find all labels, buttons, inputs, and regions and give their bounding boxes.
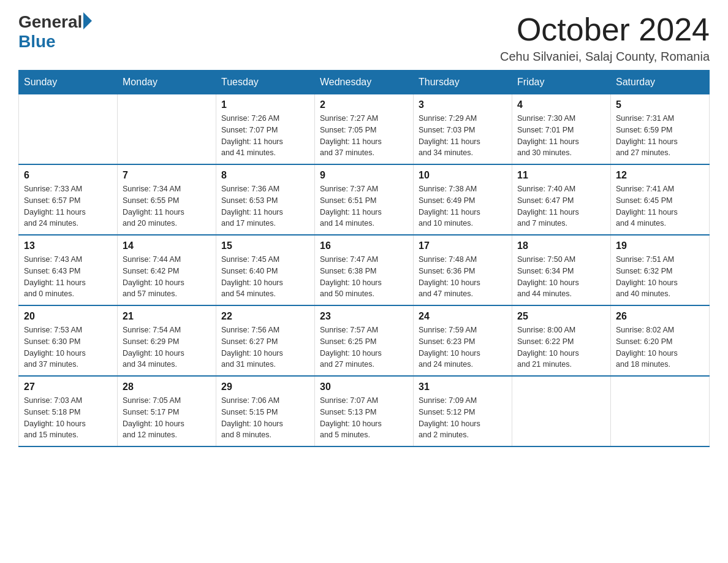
day-info: Sunrise: 7:26 AMSunset: 7:07 PMDaylight:… <box>221 113 309 159</box>
calendar-cell <box>611 376 710 446</box>
weekday-header-saturday: Saturday <box>611 71 710 94</box>
day-number: 16 <box>320 240 408 251</box>
weekday-header-thursday: Thursday <box>414 71 512 94</box>
day-number: 21 <box>123 311 211 322</box>
day-info: Sunrise: 7:45 AMSunset: 6:40 PMDaylight:… <box>221 254 309 300</box>
logo-general-text: General <box>18 12 82 32</box>
day-number: 1 <box>221 99 309 110</box>
calendar-week-row: 13Sunrise: 7:43 AMSunset: 6:43 PMDayligh… <box>19 235 710 305</box>
day-number: 22 <box>221 311 309 322</box>
day-number: 25 <box>517 311 605 322</box>
day-info: Sunrise: 7:40 AMSunset: 6:47 PMDaylight:… <box>517 183 605 229</box>
title-section: October 2024 Cehu Silvaniei, Salaj Count… <box>500 12 710 64</box>
calendar-header-row: SundayMondayTuesdayWednesdayThursdayFrid… <box>19 71 710 94</box>
day-number: 8 <box>221 170 309 181</box>
calendar-cell: 1Sunrise: 7:26 AMSunset: 7:07 PMDaylight… <box>216 94 315 165</box>
day-info: Sunrise: 7:53 AMSunset: 6:30 PMDaylight:… <box>24 324 112 370</box>
day-info: Sunrise: 7:29 AMSunset: 7:03 PMDaylight:… <box>419 113 507 159</box>
day-info: Sunrise: 7:36 AMSunset: 6:53 PMDaylight:… <box>221 183 309 229</box>
day-number: 2 <box>320 99 408 110</box>
day-number: 10 <box>419 170 507 181</box>
day-info: Sunrise: 7:09 AMSunset: 5:12 PMDaylight:… <box>419 395 507 441</box>
calendar-cell: 23Sunrise: 7:57 AMSunset: 6:25 PMDayligh… <box>315 305 414 376</box>
calendar-cell: 13Sunrise: 7:43 AMSunset: 6:43 PMDayligh… <box>19 235 118 305</box>
day-number: 28 <box>123 381 211 393</box>
day-info: Sunrise: 7:07 AMSunset: 5:13 PMDaylight:… <box>320 395 408 441</box>
calendar-cell: 27Sunrise: 7:03 AMSunset: 5:18 PMDayligh… <box>19 376 118 446</box>
day-number: 27 <box>24 381 112 393</box>
day-info: Sunrise: 8:00 AMSunset: 6:22 PMDaylight:… <box>517 324 605 370</box>
calendar-cell: 4Sunrise: 7:30 AMSunset: 7:01 PMDaylight… <box>512 94 611 165</box>
day-number: 23 <box>320 311 408 322</box>
day-number: 20 <box>24 311 112 322</box>
calendar-cell: 7Sunrise: 7:34 AMSunset: 6:55 PMDaylight… <box>118 164 216 235</box>
day-info: Sunrise: 7:38 AMSunset: 6:49 PMDaylight:… <box>419 183 507 229</box>
calendar-cell: 17Sunrise: 7:48 AMSunset: 6:36 PMDayligh… <box>414 235 512 305</box>
day-info: Sunrise: 7:34 AMSunset: 6:55 PMDaylight:… <box>123 183 211 229</box>
calendar-cell: 25Sunrise: 8:00 AMSunset: 6:22 PMDayligh… <box>512 305 611 376</box>
calendar-cell: 15Sunrise: 7:45 AMSunset: 6:40 PMDayligh… <box>216 235 315 305</box>
day-info: Sunrise: 7:47 AMSunset: 6:38 PMDaylight:… <box>320 254 408 300</box>
day-info: Sunrise: 7:30 AMSunset: 7:01 PMDaylight:… <box>517 113 605 159</box>
calendar-cell: 21Sunrise: 7:54 AMSunset: 6:29 PMDayligh… <box>118 305 216 376</box>
day-info: Sunrise: 7:06 AMSunset: 5:15 PMDaylight:… <box>221 395 309 441</box>
day-number: 6 <box>24 170 112 181</box>
day-info: Sunrise: 7:41 AMSunset: 6:45 PMDaylight:… <box>616 183 704 229</box>
day-number: 4 <box>517 99 605 110</box>
day-info: Sunrise: 7:03 AMSunset: 5:18 PMDaylight:… <box>24 395 112 441</box>
calendar-cell: 24Sunrise: 7:59 AMSunset: 6:23 PMDayligh… <box>414 305 512 376</box>
calendar-cell: 18Sunrise: 7:50 AMSunset: 6:34 PMDayligh… <box>512 235 611 305</box>
day-number: 19 <box>616 240 704 251</box>
day-number: 14 <box>123 240 211 251</box>
day-info: Sunrise: 7:54 AMSunset: 6:29 PMDaylight:… <box>123 324 211 370</box>
calendar-cell: 19Sunrise: 7:51 AMSunset: 6:32 PMDayligh… <box>611 235 710 305</box>
day-number: 31 <box>419 381 507 393</box>
calendar-cell: 14Sunrise: 7:44 AMSunset: 6:42 PMDayligh… <box>118 235 216 305</box>
day-info: Sunrise: 7:50 AMSunset: 6:34 PMDaylight:… <box>517 254 605 300</box>
day-info: Sunrise: 7:05 AMSunset: 5:17 PMDaylight:… <box>123 395 211 441</box>
weekday-header-sunday: Sunday <box>19 71 118 94</box>
calendar-week-row: 27Sunrise: 7:03 AMSunset: 5:18 PMDayligh… <box>19 376 710 446</box>
day-info: Sunrise: 7:33 AMSunset: 6:57 PMDaylight:… <box>24 183 112 229</box>
day-number: 15 <box>221 240 309 251</box>
logo-triangle-icon <box>83 12 92 29</box>
day-number: 9 <box>320 170 408 181</box>
calendar-cell <box>118 94 216 165</box>
day-info: Sunrise: 7:37 AMSunset: 6:51 PMDaylight:… <box>320 183 408 229</box>
day-number: 13 <box>24 240 112 251</box>
day-number: 17 <box>419 240 507 251</box>
calendar-week-row: 1Sunrise: 7:26 AMSunset: 7:07 PMDaylight… <box>19 94 710 165</box>
calendar-cell: 26Sunrise: 8:02 AMSunset: 6:20 PMDayligh… <box>611 305 710 376</box>
day-number: 26 <box>616 311 704 322</box>
calendar-cell: 22Sunrise: 7:56 AMSunset: 6:27 PMDayligh… <box>216 305 315 376</box>
day-info: Sunrise: 7:48 AMSunset: 6:36 PMDaylight:… <box>419 254 507 300</box>
calendar-cell: 9Sunrise: 7:37 AMSunset: 6:51 PMDaylight… <box>315 164 414 235</box>
day-number: 11 <box>517 170 605 181</box>
day-info: Sunrise: 7:27 AMSunset: 7:05 PMDaylight:… <box>320 113 408 159</box>
day-number: 30 <box>320 381 408 393</box>
calendar-cell <box>512 376 611 446</box>
day-info: Sunrise: 7:57 AMSunset: 6:25 PMDaylight:… <box>320 324 408 370</box>
day-number: 18 <box>517 240 605 251</box>
day-number: 29 <box>221 381 309 393</box>
calendar-cell: 31Sunrise: 7:09 AMSunset: 5:12 PMDayligh… <box>414 376 512 446</box>
day-info: Sunrise: 7:51 AMSunset: 6:32 PMDaylight:… <box>616 254 704 300</box>
weekday-header-tuesday: Tuesday <box>216 71 315 94</box>
calendar-subtitle: Cehu Silvaniei, Salaj County, Romania <box>500 50 710 64</box>
calendar-cell: 2Sunrise: 7:27 AMSunset: 7:05 PMDaylight… <box>315 94 414 165</box>
day-info: Sunrise: 7:56 AMSunset: 6:27 PMDaylight:… <box>221 324 309 370</box>
calendar-title: October 2024 <box>500 12 710 47</box>
calendar-cell: 8Sunrise: 7:36 AMSunset: 6:53 PMDaylight… <box>216 164 315 235</box>
day-info: Sunrise: 7:59 AMSunset: 6:23 PMDaylight:… <box>419 324 507 370</box>
day-number: 7 <box>123 170 211 181</box>
calendar-table: SundayMondayTuesdayWednesdayThursdayFrid… <box>18 70 710 447</box>
calendar-cell: 28Sunrise: 7:05 AMSunset: 5:17 PMDayligh… <box>118 376 216 446</box>
day-number: 3 <box>419 99 507 110</box>
calendar-cell: 5Sunrise: 7:31 AMSunset: 6:59 PMDaylight… <box>611 94 710 165</box>
calendar-cell: 10Sunrise: 7:38 AMSunset: 6:49 PMDayligh… <box>414 164 512 235</box>
calendar-cell: 30Sunrise: 7:07 AMSunset: 5:13 PMDayligh… <box>315 376 414 446</box>
day-info: Sunrise: 7:44 AMSunset: 6:42 PMDaylight:… <box>123 254 211 300</box>
weekday-header-monday: Monday <box>118 71 216 94</box>
calendar-week-row: 6Sunrise: 7:33 AMSunset: 6:57 PMDaylight… <box>19 164 710 235</box>
logo-blue-text: Blue <box>18 32 56 52</box>
